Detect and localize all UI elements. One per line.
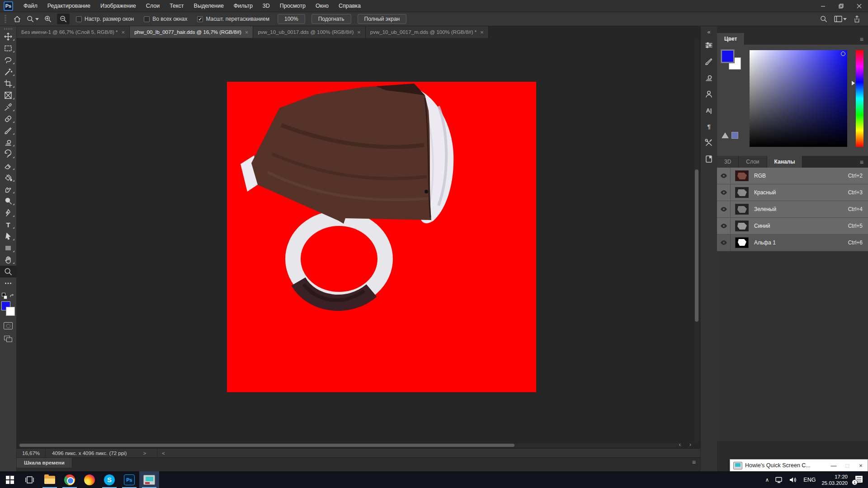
tool-type[interactable]: T [0, 219, 17, 230]
status-zoom-level[interactable]: 16,67% [17, 449, 46, 457]
speaker-icon[interactable] [789, 476, 797, 483]
taskbar-clock[interactable]: 17:20 25.03.2020 [821, 474, 848, 486]
color-swatches[interactable] [1, 301, 15, 316]
window-minimize-button[interactable] [814, 0, 832, 12]
visibility-eye-icon[interactable] [717, 218, 731, 234]
menu-view[interactable]: Просмотр [275, 0, 311, 12]
document-tab-4[interactable]: pvw_10_ub_0017_m.dds @ 100% (RGB/8#) * × [366, 26, 489, 38]
capture-minimize-button[interactable]: — [827, 462, 840, 469]
libraries-panel-button[interactable] [701, 151, 717, 167]
horizontal-scrollbar[interactable] [18, 443, 682, 447]
home-button[interactable] [11, 14, 24, 24]
menu-layers[interactable]: Слои [141, 0, 165, 12]
collapse-panels-icon[interactable]: « [707, 26, 710, 37]
canvas-area[interactable]: ‹ › [17, 38, 700, 448]
share-icon[interactable] [853, 15, 861, 23]
default-colors-button[interactable] [2, 293, 7, 299]
taskbar-file-explorer[interactable] [40, 471, 60, 488]
scroll-arrows[interactable]: ‹ › [679, 441, 695, 448]
zoom-100-button[interactable]: 100% [278, 14, 305, 24]
3d-panel-tab[interactable]: 3D [717, 156, 739, 168]
hue-slider[interactable] [856, 50, 863, 147]
language-indicator[interactable]: ENG [803, 477, 816, 483]
network-icon[interactable] [775, 476, 783, 483]
start-button[interactable] [0, 471, 20, 488]
visibility-eye-icon[interactable] [717, 184, 731, 201]
tool-hand[interactable] [0, 254, 17, 266]
visibility-eye-icon[interactable] [717, 201, 731, 217]
status-popup-chevron[interactable]: > [138, 450, 151, 456]
tool-eyedropper[interactable] [0, 101, 17, 113]
menu-help[interactable]: Справка [334, 0, 366, 12]
clone-source-panel-button[interactable] [701, 70, 717, 86]
tool-presets-panel-button[interactable] [701, 135, 717, 151]
swap-colors-icon[interactable] [9, 293, 15, 299]
tray-expand-icon[interactable]: ∧ [765, 477, 769, 483]
channel-row-red[interactable]: Красный Ctrl+3 [717, 184, 868, 201]
menu-type[interactable]: Текст [165, 0, 189, 12]
tool-move[interactable] [0, 31, 17, 42]
tool-pen[interactable] [0, 207, 17, 219]
tab-close-icon[interactable]: × [122, 29, 125, 36]
fill-screen-button[interactable]: Полный экран [358, 14, 407, 24]
tool-history-brush[interactable] [0, 148, 17, 160]
gamut-color-swatch[interactable] [731, 132, 738, 139]
menu-edit[interactable]: Редактирование [42, 0, 95, 12]
hue-slider-marker[interactable] [852, 81, 855, 85]
menu-file[interactable]: Файл [19, 0, 42, 12]
layers-panel-tab[interactable]: Слои [739, 156, 767, 168]
tool-path-selection[interactable] [0, 230, 17, 242]
tool-rectangular-marquee[interactable] [0, 42, 17, 54]
tab-close-icon[interactable]: × [245, 29, 249, 36]
vertical-scrollbar-thumb[interactable] [695, 169, 698, 322]
saturation-brightness-field[interactable] [750, 50, 847, 147]
options-grip[interactable] [5, 15, 6, 23]
tool-lasso[interactable] [0, 54, 17, 66]
tool-clone-stamp[interactable] [0, 136, 17, 148]
tool-rectangle[interactable] [0, 242, 17, 254]
window-close-button[interactable] [850, 0, 868, 12]
status-chevron-left[interactable]: < [157, 450, 170, 456]
capture-close-button[interactable]: × [854, 462, 868, 469]
fit-screen-button[interactable]: Подогнать [311, 14, 351, 24]
menu-3d[interactable]: 3D [258, 0, 275, 12]
window-restore-button[interactable] [832, 0, 850, 12]
resize-windows-checkbox[interactable]: Настр. размер окон [76, 16, 134, 22]
vertical-scrollbar[interactable] [694, 39, 699, 443]
capture-maximize-button[interactable]: □ [840, 462, 854, 469]
menu-window[interactable]: Окно [311, 0, 334, 12]
color-field-marker[interactable] [841, 52, 845, 56]
document-tab-3[interactable]: pvw_10_ub_0017.dds @ 100% (RGB/8#) × [253, 26, 365, 38]
channel-row-blue[interactable]: Синий Ctrl+5 [717, 218, 868, 235]
timeline-tab[interactable]: Шкала времени [17, 458, 72, 468]
timeline-menu-icon[interactable]: ≡ [688, 458, 700, 467]
taskbar-photoshop[interactable]: Ps [119, 471, 139, 488]
tab-close-icon[interactable]: × [357, 29, 361, 36]
character-styles-panel-button[interactable] [701, 86, 717, 102]
tool-quick-selection[interactable] [0, 66, 17, 78]
menu-select[interactable]: Выделение [189, 0, 229, 12]
tool-eraser[interactable] [0, 160, 17, 172]
menu-filter[interactable]: Фильтр [229, 0, 258, 12]
document-tab-1[interactable]: Без имени-1 @ 66,7% (Слой 5, RGB/8) * × [17, 26, 130, 38]
adjustments-panel-button[interactable] [701, 37, 717, 53]
taskbar-skype[interactable]: S [99, 471, 119, 488]
taskbar-capture-app[interactable] [139, 471, 159, 488]
all-windows-checkbox[interactable]: Во всех окнах [144, 16, 187, 22]
channel-row-rgb[interactable]: RGB Ctrl+2 [717, 168, 868, 184]
tool-paint-bucket[interactable] [0, 172, 17, 183]
tool-dodge[interactable] [0, 195, 17, 207]
zoom-out-button[interactable] [57, 14, 70, 24]
zoom-in-button[interactable] [42, 14, 54, 24]
visibility-eye-icon[interactable] [717, 235, 731, 251]
toolbar-grip[interactable] [4, 28, 12, 30]
quick-mask-button[interactable] [4, 322, 13, 329]
tool-crop[interactable] [0, 78, 17, 89]
horizontal-scrollbar-thumb[interactable] [19, 444, 514, 447]
color-panel-menu-icon[interactable]: ≡ [855, 36, 868, 45]
tool-spot-healing[interactable] [0, 113, 17, 125]
background-color-swatch[interactable] [6, 307, 15, 316]
document-image[interactable] [227, 82, 536, 392]
taskbar-firefox[interactable] [80, 471, 99, 488]
tab-close-icon[interactable]: × [480, 29, 484, 36]
